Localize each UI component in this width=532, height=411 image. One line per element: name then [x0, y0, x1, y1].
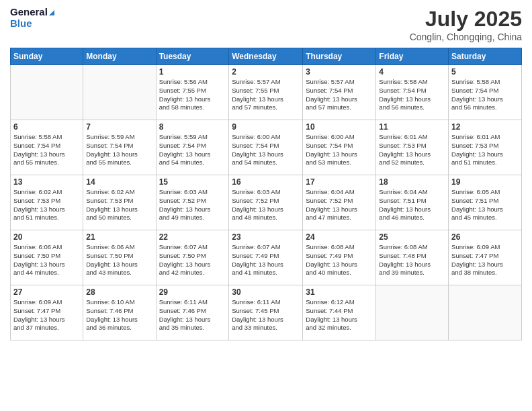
calendar-cell: 2Sunrise: 5:57 AM Sunset: 7:55 PM Daylig…	[229, 65, 303, 120]
calendar-cell: 14Sunrise: 6:02 AM Sunset: 7:53 PM Dayli…	[83, 175, 156, 230]
day-number: 28	[86, 287, 152, 297]
day-info: Sunrise: 6:04 AM Sunset: 7:51 PM Dayligh…	[379, 188, 445, 222]
day-number: 1	[159, 67, 226, 77]
day-info: Sunrise: 6:03 AM Sunset: 7:52 PM Dayligh…	[159, 188, 226, 222]
calendar-header: SundayMondayTuesdayWednesdayThursdayFrid…	[11, 48, 522, 65]
page: General Blue July 2025 Conglin, Chongqin…	[0, 0, 532, 411]
weekday-header-friday: Friday	[376, 48, 449, 65]
day-number: 31	[306, 287, 373, 297]
calendar-cell: 24Sunrise: 6:08 AM Sunset: 7:49 PM Dayli…	[303, 230, 376, 285]
day-info: Sunrise: 5:59 AM Sunset: 7:54 PM Dayligh…	[159, 133, 226, 167]
day-info: Sunrise: 6:02 AM Sunset: 7:53 PM Dayligh…	[13, 188, 80, 222]
day-info: Sunrise: 6:07 AM Sunset: 7:49 PM Dayligh…	[232, 243, 300, 277]
day-info: Sunrise: 6:09 AM Sunset: 7:47 PM Dayligh…	[13, 298, 80, 332]
day-number: 22	[159, 232, 226, 242]
calendar-cell: 8Sunrise: 5:59 AM Sunset: 7:54 PM Daylig…	[156, 120, 229, 175]
day-info: Sunrise: 6:07 AM Sunset: 7:50 PM Dayligh…	[159, 243, 226, 277]
calendar-cell: 13Sunrise: 6:02 AM Sunset: 7:53 PM Dayli…	[11, 175, 83, 230]
calendar-cell: 5Sunrise: 5:58 AM Sunset: 7:54 PM Daylig…	[449, 65, 522, 120]
day-info: Sunrise: 6:06 AM Sunset: 7:50 PM Dayligh…	[13, 243, 80, 277]
day-info: Sunrise: 6:11 AM Sunset: 7:45 PM Dayligh…	[232, 298, 300, 332]
day-number: 6	[13, 122, 80, 132]
day-number: 19	[451, 177, 519, 187]
day-info: Sunrise: 5:57 AM Sunset: 7:54 PM Dayligh…	[306, 78, 373, 112]
calendar-body: 1Sunrise: 5:56 AM Sunset: 7:55 PM Daylig…	[11, 65, 522, 340]
day-info: Sunrise: 6:12 AM Sunset: 7:44 PM Dayligh…	[306, 298, 373, 332]
day-info: Sunrise: 6:11 AM Sunset: 7:46 PM Dayligh…	[159, 298, 226, 332]
day-info: Sunrise: 5:59 AM Sunset: 7:54 PM Dayligh…	[86, 133, 152, 167]
calendar-cell	[376, 285, 449, 340]
calendar-cell: 20Sunrise: 6:06 AM Sunset: 7:50 PM Dayli…	[11, 230, 83, 285]
calendar-cell: 23Sunrise: 6:07 AM Sunset: 7:49 PM Dayli…	[229, 230, 303, 285]
day-number: 15	[159, 177, 226, 187]
calendar-cell: 12Sunrise: 6:01 AM Sunset: 7:53 PM Dayli…	[449, 120, 522, 175]
day-info: Sunrise: 6:09 AM Sunset: 7:47 PM Dayligh…	[451, 243, 519, 277]
day-number: 17	[306, 177, 373, 187]
day-number: 3	[306, 67, 373, 77]
week-row-1: 1Sunrise: 5:56 AM Sunset: 7:55 PM Daylig…	[11, 65, 522, 120]
calendar-cell: 3Sunrise: 5:57 AM Sunset: 7:54 PM Daylig…	[303, 65, 376, 120]
day-number: 12	[451, 122, 519, 132]
main-title: July 2025	[410, 7, 522, 32]
day-number: 9	[232, 122, 300, 132]
day-number: 25	[379, 232, 445, 242]
calendar-cell	[11, 65, 83, 120]
calendar-cell: 26Sunrise: 6:09 AM Sunset: 7:47 PM Dayli…	[449, 230, 522, 285]
day-number: 10	[306, 122, 373, 132]
calendar-cell: 17Sunrise: 6:04 AM Sunset: 7:52 PM Dayli…	[303, 175, 376, 230]
calendar-cell: 28Sunrise: 6:10 AM Sunset: 7:46 PM Dayli…	[83, 285, 156, 340]
day-info: Sunrise: 6:00 AM Sunset: 7:54 PM Dayligh…	[232, 133, 300, 167]
calendar-cell: 1Sunrise: 5:56 AM Sunset: 7:55 PM Daylig…	[156, 65, 229, 120]
day-info: Sunrise: 6:04 AM Sunset: 7:52 PM Dayligh…	[306, 188, 373, 222]
calendar-cell	[83, 65, 156, 120]
calendar-cell	[449, 285, 522, 340]
week-row-4: 20Sunrise: 6:06 AM Sunset: 7:50 PM Dayli…	[11, 230, 522, 285]
logo: General Blue	[10, 7, 54, 29]
day-info: Sunrise: 6:01 AM Sunset: 7:53 PM Dayligh…	[451, 133, 519, 167]
day-number: 7	[86, 122, 152, 132]
week-row-5: 27Sunrise: 6:09 AM Sunset: 7:47 PM Dayli…	[11, 285, 522, 340]
calendar-cell: 21Sunrise: 6:06 AM Sunset: 7:50 PM Dayli…	[83, 230, 156, 285]
weekday-header-sunday: Sunday	[11, 48, 83, 65]
day-info: Sunrise: 6:01 AM Sunset: 7:53 PM Dayligh…	[379, 133, 445, 167]
title-block: July 2025 Conglin, Chongqing, China	[410, 7, 522, 42]
weekday-header-monday: Monday	[83, 48, 156, 65]
calendar-table: SundayMondayTuesdayWednesdayThursdayFrid…	[10, 48, 522, 340]
day-number: 30	[232, 287, 300, 297]
calendar-cell: 6Sunrise: 5:58 AM Sunset: 7:54 PM Daylig…	[11, 120, 83, 175]
day-info: Sunrise: 5:58 AM Sunset: 7:54 PM Dayligh…	[13, 133, 80, 167]
day-info: Sunrise: 6:08 AM Sunset: 7:49 PM Dayligh…	[306, 243, 373, 277]
day-info: Sunrise: 6:03 AM Sunset: 7:52 PM Dayligh…	[232, 188, 300, 222]
calendar-cell: 10Sunrise: 6:00 AM Sunset: 7:54 PM Dayli…	[303, 120, 376, 175]
day-info: Sunrise: 5:58 AM Sunset: 7:54 PM Dayligh…	[379, 78, 445, 112]
day-number: 23	[232, 232, 300, 242]
calendar-cell: 18Sunrise: 6:04 AM Sunset: 7:51 PM Dayli…	[376, 175, 449, 230]
day-number: 27	[13, 287, 80, 297]
calendar-cell: 30Sunrise: 6:11 AM Sunset: 7:45 PM Dayli…	[229, 285, 303, 340]
day-number: 16	[232, 177, 300, 187]
day-number: 5	[451, 67, 519, 77]
day-info: Sunrise: 6:10 AM Sunset: 7:46 PM Dayligh…	[86, 298, 152, 332]
week-row-2: 6Sunrise: 5:58 AM Sunset: 7:54 PM Daylig…	[11, 120, 522, 175]
day-number: 26	[451, 232, 519, 242]
day-info: Sunrise: 5:56 AM Sunset: 7:55 PM Dayligh…	[159, 78, 226, 112]
calendar-cell: 31Sunrise: 6:12 AM Sunset: 7:44 PM Dayli…	[303, 285, 376, 340]
day-number: 20	[13, 232, 80, 242]
logo-text: General Blue	[10, 7, 54, 29]
day-number: 21	[86, 232, 152, 242]
calendar-cell: 22Sunrise: 6:07 AM Sunset: 7:50 PM Dayli…	[156, 230, 229, 285]
calendar-cell: 15Sunrise: 6:03 AM Sunset: 7:52 PM Dayli…	[156, 175, 229, 230]
calendar-cell: 29Sunrise: 6:11 AM Sunset: 7:46 PM Dayli…	[156, 285, 229, 340]
day-number: 4	[379, 67, 445, 77]
weekday-header-saturday: Saturday	[449, 48, 522, 65]
day-number: 11	[379, 122, 445, 132]
weekday-header-thursday: Thursday	[303, 48, 376, 65]
day-number: 2	[232, 67, 300, 77]
day-number: 29	[159, 287, 226, 297]
weekday-header-wednesday: Wednesday	[229, 48, 303, 65]
day-info: Sunrise: 6:02 AM Sunset: 7:53 PM Dayligh…	[86, 188, 152, 222]
header: General Blue July 2025 Conglin, Chongqin…	[10, 7, 522, 42]
day-info: Sunrise: 6:06 AM Sunset: 7:50 PM Dayligh…	[86, 243, 152, 277]
day-info: Sunrise: 5:58 AM Sunset: 7:54 PM Dayligh…	[451, 78, 519, 112]
calendar-cell: 16Sunrise: 6:03 AM Sunset: 7:52 PM Dayli…	[229, 175, 303, 230]
